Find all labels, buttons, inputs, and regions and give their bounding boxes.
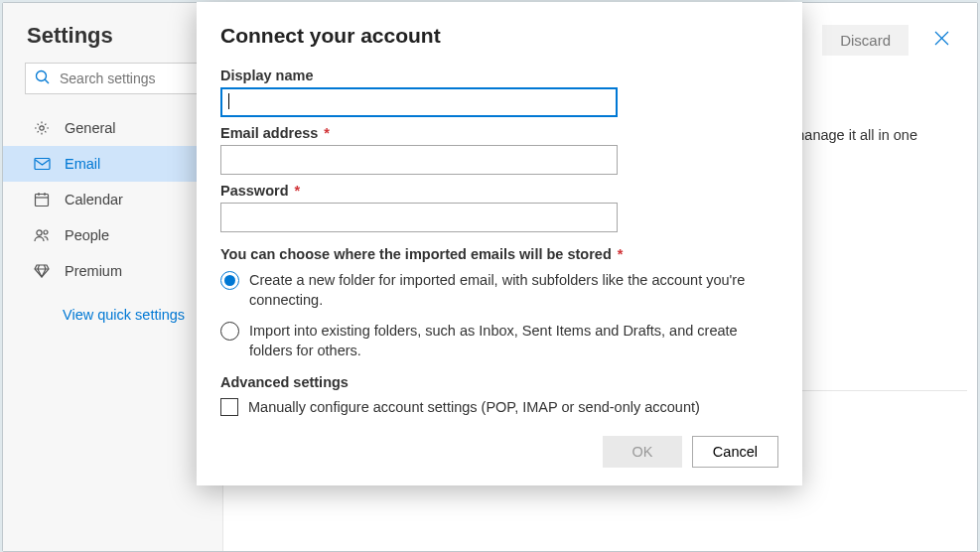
password-input[interactable] <box>220 203 618 232</box>
cancel-button[interactable]: Cancel <box>692 436 778 468</box>
settings-title: Settings <box>3 21 222 63</box>
discard-button[interactable]: Discard <box>822 25 909 56</box>
password-label: Password * <box>220 183 778 199</box>
radio-label: Import into existing folders, such as In… <box>249 321 778 361</box>
nav-label: General <box>65 120 116 136</box>
storage-group-label: You can choose where the imported emails… <box>220 246 778 262</box>
top-actions: Discard <box>822 25 955 56</box>
svg-point-2 <box>40 126 44 130</box>
nav-email[interactable]: Email <box>3 146 222 182</box>
close-icon[interactable] <box>928 28 955 53</box>
background-description: manage it all in one <box>792 127 917 143</box>
nav-label: People <box>65 227 109 243</box>
svg-rect-4 <box>36 195 49 207</box>
text-caret <box>228 93 229 109</box>
view-quick-settings-link[interactable]: View quick settings <box>3 289 222 323</box>
nav-label: Calendar <box>65 192 123 207</box>
radio-create-folder[interactable]: Create a new folder for imported email, … <box>220 270 778 311</box>
people-icon <box>33 228 51 243</box>
svg-point-8 <box>36 229 41 234</box>
email-address-label: Email address * <box>220 125 778 141</box>
mail-icon <box>33 157 51 171</box>
checkbox-icon <box>220 398 238 416</box>
nav-premium[interactable]: Premium <box>3 253 222 289</box>
checkbox-label: Manually configure account settings (POP… <box>248 399 700 415</box>
settings-sidebar: Settings General Email <box>3 3 223 551</box>
ok-button[interactable]: OK <box>603 436 682 468</box>
nav-label: Email <box>65 156 100 172</box>
advanced-settings-label: Advanced settings <box>220 374 778 390</box>
nav-people[interactable]: People <box>3 217 222 253</box>
radio-icon <box>220 322 239 341</box>
dialog-actions: OK Cancel <box>220 436 778 468</box>
search-icon <box>35 69 51 89</box>
calendar-icon <box>33 192 51 207</box>
search-settings-input[interactable] <box>25 63 201 94</box>
nav-label: Premium <box>65 263 122 279</box>
email-address-input[interactable] <box>220 145 618 175</box>
svg-point-9 <box>44 230 48 234</box>
svg-point-0 <box>37 71 47 81</box>
search-settings[interactable] <box>25 63 201 94</box>
connect-account-dialog: Connect your account Display name Email … <box>197 2 802 485</box>
dialog-title: Connect your account <box>220 24 778 48</box>
radio-icon <box>220 271 239 290</box>
settings-nav: General Email Calendar People <box>3 110 222 289</box>
gear-icon <box>33 120 51 136</box>
manual-config-checkbox[interactable]: Manually configure account settings (POP… <box>220 398 778 416</box>
radio-import-existing[interactable]: Import into existing folders, such as In… <box>220 321 778 361</box>
svg-line-1 <box>45 79 49 83</box>
nav-calendar[interactable]: Calendar <box>3 182 222 217</box>
radio-label: Create a new folder for imported email, … <box>249 270 778 311</box>
display-name-label: Display name <box>220 68 778 83</box>
display-name-input[interactable] <box>220 87 618 117</box>
nav-general[interactable]: General <box>3 110 222 146</box>
diamond-icon <box>33 264 51 278</box>
svg-rect-3 <box>35 159 50 170</box>
